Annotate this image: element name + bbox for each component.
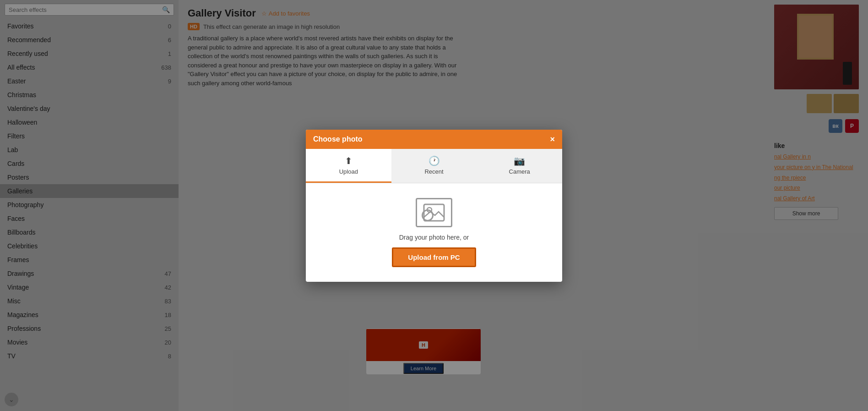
modal-title: Choose photo <box>313 135 363 143</box>
drop-area[interactable]: Drag your photo here, or Upload from PC <box>315 198 553 267</box>
camera-icon: 📷 <box>514 155 525 166</box>
tab-recent[interactable]: 🕐 Recent <box>391 149 477 183</box>
modal-close-button[interactable]: × <box>550 135 555 143</box>
modal-body: Drag your photo here, or Upload from PC <box>306 183 562 282</box>
tab-upload[interactable]: ⬆ Upload <box>306 149 391 183</box>
recent-icon: 🕐 <box>429 155 440 166</box>
modal-overlay[interactable]: Choose photo × ⬆ Upload 🕐 Recent 📷 Camer… <box>0 0 868 411</box>
tab-upload-label: Upload <box>339 168 358 175</box>
choose-photo-modal: Choose photo × ⬆ Upload 🕐 Recent 📷 Camer… <box>306 130 562 282</box>
svg-rect-0 <box>424 204 444 221</box>
tab-recent-label: Recent <box>424 168 443 175</box>
tab-camera-label: Camera <box>509 168 530 175</box>
image-placeholder-icon <box>416 198 452 227</box>
upload-from-pc-button[interactable]: Upload from PC <box>392 247 476 267</box>
modal-header: Choose photo × <box>306 130 562 149</box>
modal-tabs: ⬆ Upload 🕐 Recent 📷 Camera <box>306 149 562 183</box>
tab-camera[interactable]: 📷 Camera <box>477 149 562 183</box>
svg-point-1 <box>427 208 432 212</box>
upload-icon: ⬆ <box>345 155 353 166</box>
drag-text: Drag your photo here, or <box>399 234 469 241</box>
